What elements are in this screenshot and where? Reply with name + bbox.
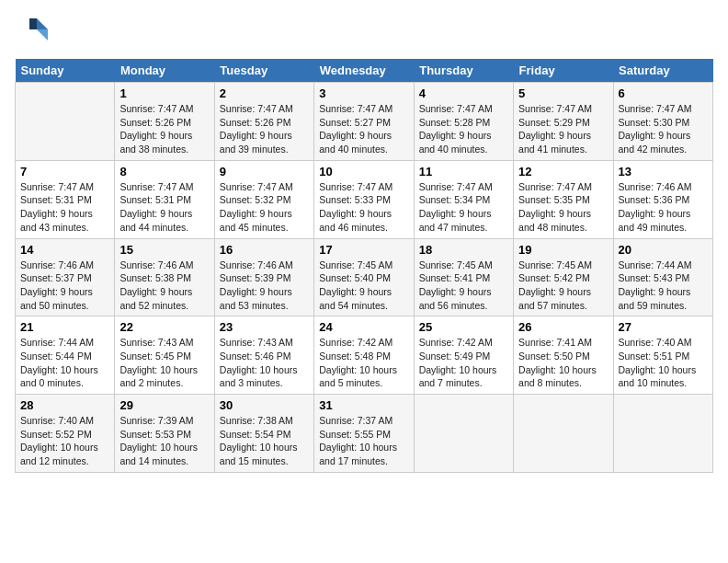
sunset-text: Sunset: 5:42 PM <box>518 272 590 283</box>
calendar-day: 15 Sunrise: 7:46 AM Sunset: 5:38 PM Dayl… <box>115 238 214 316</box>
calendar-week-1: 1 Sunrise: 7:47 AM Sunset: 5:26 PM Dayli… <box>16 83 713 161</box>
sunrise-text: Sunrise: 7:40 AM <box>619 337 692 348</box>
day-info: Sunrise: 7:47 AM Sunset: 5:27 PM Dayligh… <box>319 102 408 156</box>
day-info: Sunrise: 7:44 AM Sunset: 5:43 PM Dayligh… <box>619 259 708 313</box>
daylight-text: Daylight: 10 hours and 5 minutes. <box>319 364 397 389</box>
calendar-day: 26 Sunrise: 7:41 AM Sunset: 5:50 PM Dayl… <box>514 316 613 395</box>
sunrise-text: Sunrise: 7:42 AM <box>319 337 392 348</box>
daylight-text: Daylight: 9 hours and 46 minutes. <box>319 208 392 233</box>
sunset-text: Sunset: 5:41 PM <box>419 272 491 283</box>
sunrise-text: Sunrise: 7:46 AM <box>619 181 692 192</box>
sunrise-text: Sunrise: 7:44 AM <box>20 337 94 348</box>
calendar-table: Sunday Monday Tuesday Wednesday Thursday… <box>15 59 713 473</box>
sunrise-text: Sunrise: 7:44 AM <box>619 259 692 270</box>
header-thursday: Thursday <box>414 59 513 83</box>
sunset-text: Sunset: 5:53 PM <box>119 429 191 440</box>
page-header <box>15 15 713 52</box>
day-number: 1 <box>119 86 209 100</box>
sunrise-text: Sunrise: 7:37 AM <box>319 415 392 426</box>
sunset-text: Sunset: 5:28 PM <box>419 117 491 128</box>
sunset-text: Sunset: 5:49 PM <box>419 350 491 362</box>
daylight-text: Daylight: 9 hours and 42 minutes. <box>619 130 691 155</box>
sunset-text: Sunset: 5:40 PM <box>319 272 391 283</box>
day-number: 16 <box>220 243 309 257</box>
sunset-text: Sunset: 5:37 PM <box>20 272 92 283</box>
header-monday: Monday <box>115 59 214 83</box>
daylight-text: Daylight: 10 hours and 0 minutes. <box>20 364 98 389</box>
daylight-text: Daylight: 10 hours and 7 minutes. <box>419 364 497 389</box>
sunrise-text: Sunrise: 7:46 AM <box>119 259 193 270</box>
calendar-day: 31 Sunrise: 7:37 AM Sunset: 5:55 PM Dayl… <box>314 395 414 473</box>
sunrise-text: Sunrise: 7:38 AM <box>220 415 293 426</box>
day-number: 13 <box>619 165 708 178</box>
day-number: 25 <box>419 320 508 334</box>
sunset-text: Sunset: 5:30 PM <box>619 117 690 128</box>
day-number: 17 <box>319 243 408 257</box>
sunrise-text: Sunrise: 7:40 AM <box>20 415 94 426</box>
day-number: 30 <box>220 398 309 412</box>
calendar-day: 23 Sunrise: 7:43 AM Sunset: 5:46 PM Dayl… <box>214 316 313 395</box>
header-friday: Friday <box>514 59 613 83</box>
sunrise-text: Sunrise: 7:47 AM <box>319 181 392 192</box>
sunrise-text: Sunrise: 7:43 AM <box>220 337 293 348</box>
day-info: Sunrise: 7:46 AM Sunset: 5:39 PM Dayligh… <box>220 259 309 313</box>
sunset-text: Sunset: 5:46 PM <box>220 350 291 362</box>
day-number: 28 <box>20 398 109 412</box>
day-info: Sunrise: 7:47 AM Sunset: 5:35 PM Dayligh… <box>518 180 608 235</box>
day-info: Sunrise: 7:47 AM Sunset: 5:31 PM Dayligh… <box>119 180 209 235</box>
sunrise-text: Sunrise: 7:47 AM <box>119 181 193 192</box>
sunrise-text: Sunrise: 7:46 AM <box>20 259 94 270</box>
calendar-week-2: 7 Sunrise: 7:47 AM Sunset: 5:31 PM Dayli… <box>16 160 713 238</box>
sunrise-text: Sunrise: 7:41 AM <box>518 337 592 348</box>
daylight-text: Daylight: 9 hours and 48 minutes. <box>518 208 591 233</box>
day-info: Sunrise: 7:46 AM Sunset: 5:37 PM Dayligh… <box>20 259 109 313</box>
day-info: Sunrise: 7:47 AM Sunset: 5:26 PM Dayligh… <box>119 102 209 156</box>
sunrise-text: Sunrise: 7:47 AM <box>619 103 692 114</box>
day-info: Sunrise: 7:46 AM Sunset: 5:38 PM Dayligh… <box>119 259 209 313</box>
calendar-day: 28 Sunrise: 7:40 AM Sunset: 5:52 PM Dayl… <box>16 395 115 473</box>
day-number: 26 <box>518 320 608 334</box>
daylight-text: Daylight: 10 hours and 14 minutes. <box>119 442 198 466</box>
day-info: Sunrise: 7:40 AM Sunset: 5:52 PM Dayligh… <box>20 414 109 468</box>
day-info: Sunrise: 7:46 AM Sunset: 5:36 PM Dayligh… <box>619 180 708 235</box>
daylight-text: Daylight: 9 hours and 53 minutes. <box>220 286 292 311</box>
sunrise-text: Sunrise: 7:47 AM <box>419 103 493 114</box>
sunrise-text: Sunrise: 7:45 AM <box>518 259 592 270</box>
daylight-text: Daylight: 9 hours and 38 minutes. <box>119 130 192 155</box>
day-info: Sunrise: 7:37 AM Sunset: 5:55 PM Dayligh… <box>319 414 408 468</box>
day-number: 11 <box>419 165 508 178</box>
day-info: Sunrise: 7:42 AM Sunset: 5:49 PM Dayligh… <box>419 336 508 390</box>
daylight-text: Daylight: 9 hours and 43 minutes. <box>20 208 93 233</box>
day-number: 18 <box>419 243 508 257</box>
calendar-day <box>16 83 115 161</box>
sunset-text: Sunset: 5:50 PM <box>518 350 590 362</box>
sunset-text: Sunset: 5:38 PM <box>119 272 191 283</box>
calendar-day: 12 Sunrise: 7:47 AM Sunset: 5:35 PM Dayl… <box>514 160 613 238</box>
day-info: Sunrise: 7:41 AM Sunset: 5:50 PM Dayligh… <box>518 336 608 390</box>
sunset-text: Sunset: 5:33 PM <box>319 194 391 205</box>
svg-marker-0 <box>37 18 48 29</box>
daylight-text: Daylight: 10 hours and 17 minutes. <box>319 442 397 466</box>
calendar-day: 14 Sunrise: 7:46 AM Sunset: 5:37 PM Dayl… <box>16 238 115 316</box>
day-number: 12 <box>518 165 608 178</box>
sunset-text: Sunset: 5:36 PM <box>619 194 690 205</box>
header-tuesday: Tuesday <box>214 59 313 83</box>
svg-marker-1 <box>37 29 48 40</box>
day-number: 24 <box>319 320 408 334</box>
day-number: 10 <box>319 165 408 178</box>
day-info: Sunrise: 7:47 AM Sunset: 5:30 PM Dayligh… <box>619 102 708 156</box>
sunrise-text: Sunrise: 7:47 AM <box>220 103 293 114</box>
sunset-text: Sunset: 5:35 PM <box>518 194 590 205</box>
calendar-day: 13 Sunrise: 7:46 AM Sunset: 5:36 PM Dayl… <box>613 160 712 238</box>
day-info: Sunrise: 7:39 AM Sunset: 5:53 PM Dayligh… <box>119 414 209 468</box>
sunset-text: Sunset: 5:32 PM <box>220 194 291 205</box>
sunrise-text: Sunrise: 7:45 AM <box>319 259 392 270</box>
daylight-text: Daylight: 9 hours and 40 minutes. <box>319 130 392 155</box>
sunset-text: Sunset: 5:39 PM <box>220 272 291 283</box>
sunrise-text: Sunrise: 7:45 AM <box>419 259 493 270</box>
header-sunday: Sunday <box>16 59 115 83</box>
calendar-day: 8 Sunrise: 7:47 AM Sunset: 5:31 PM Dayli… <box>115 160 214 238</box>
logo-icon <box>15 15 51 52</box>
daylight-text: Daylight: 9 hours and 45 minutes. <box>220 208 292 233</box>
calendar-body: 1 Sunrise: 7:47 AM Sunset: 5:26 PM Dayli… <box>16 83 713 473</box>
